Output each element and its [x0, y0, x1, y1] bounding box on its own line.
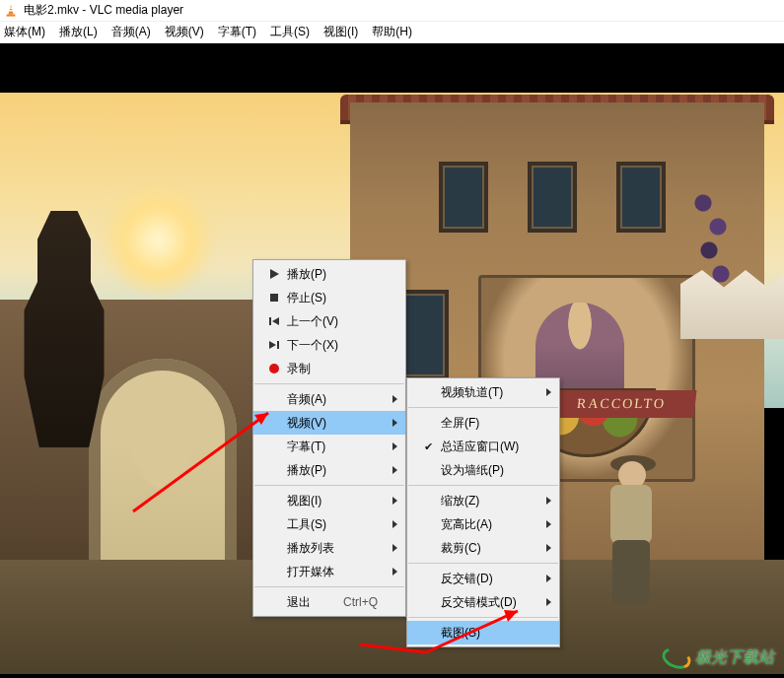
- ctx-open-media-label: 打开媒体: [287, 564, 378, 580]
- titlebar: 电影2.mkv - VLC media player: [0, 0, 784, 22]
- ctx-playback[interactable]: 播放(P): [253, 458, 405, 482]
- svg-rect-5: [270, 294, 278, 302]
- ctx-playback-label: 播放(P): [287, 462, 378, 479]
- next-icon: [261, 338, 287, 352]
- ctx-play[interactable]: 播放(P): [253, 262, 405, 286]
- menu-audio[interactable]: 音频(A): [111, 24, 151, 40]
- sub-sep-4: [408, 617, 558, 618]
- svg-rect-3: [7, 14, 16, 16]
- ctx-view-label: 视图(I): [287, 493, 378, 509]
- submenu-video: 视频轨道(T) 全屏(F) 总适应窗口(W) 设为墙纸(P) 缩放(Z) 宽高比…: [406, 377, 560, 647]
- ctx-stop[interactable]: 停止(S): [253, 286, 405, 309]
- sub-zoom[interactable]: 缩放(Z): [407, 489, 559, 512]
- chevron-right-icon: [546, 575, 551, 582]
- ctx-subtitle-label: 字幕(T): [287, 439, 378, 455]
- ctx-tools-label: 工具(S): [287, 516, 378, 533]
- menu-media[interactable]: 媒体(M): [4, 24, 45, 40]
- ctx-prev-label: 上一个(V): [287, 313, 378, 330]
- window-title: 电影2.mkv - VLC media player: [24, 2, 183, 19]
- ctx-video[interactable]: 视频(V): [253, 411, 405, 435]
- menu-view[interactable]: 视图(I): [323, 24, 358, 40]
- menu-video[interactable]: 视频(V): [165, 24, 204, 40]
- svg-marker-0: [8, 4, 13, 14]
- svg-rect-2: [9, 10, 14, 11]
- sub-deinterlace-label: 反交错(D): [441, 571, 532, 587]
- svg-marker-8: [269, 341, 276, 349]
- svg-rect-6: [269, 317, 271, 325]
- menu-help[interactable]: 帮助(H): [372, 24, 412, 40]
- chevron-right-icon: [546, 544, 551, 552]
- stop-icon: [261, 291, 287, 305]
- ctx-record[interactable]: 录制: [253, 357, 405, 380]
- sub-zoom-label: 缩放(Z): [441, 493, 532, 509]
- sub-crop[interactable]: 裁剪(C): [407, 536, 559, 560]
- sub-aspect-label: 宽高比(A): [441, 516, 532, 533]
- sub-fullscreen[interactable]: 全屏(F): [407, 411, 559, 435]
- ctx-record-label: 录制: [287, 361, 378, 377]
- menubar: 媒体(M) 播放(L) 音频(A) 视频(V) 字幕(T) 工具(S) 视图(I…: [0, 22, 784, 43]
- menu-subtitle[interactable]: 字幕(T): [218, 24, 256, 40]
- video-area[interactable]: RACCOLTO 播放(P) 停止(S) 上一个(V) 下一个(X) 录制 音: [0, 43, 784, 678]
- chevron-right-icon: [392, 568, 397, 576]
- sub-snapshot[interactable]: 截图(S): [407, 621, 559, 644]
- sub-snapshot-label: 截图(S): [441, 625, 532, 642]
- menu-playback[interactable]: 播放(L): [59, 24, 98, 40]
- ctx-stop-label: 停止(S): [287, 290, 378, 306]
- ctx-sep-1: [254, 383, 404, 384]
- sub-fullscreen-label: 全屏(F): [441, 415, 532, 432]
- ctx-play-label: 播放(P): [287, 266, 378, 283]
- ctx-next-label: 下一个(X): [287, 337, 378, 354]
- sub-video-track-label: 视频轨道(T): [441, 384, 532, 401]
- sub-aspect[interactable]: 宽高比(A): [407, 512, 559, 536]
- ctx-audio-label: 音频(A): [287, 391, 378, 408]
- ctx-sep-2: [254, 485, 404, 486]
- sub-deinterlace-mode[interactable]: 反交错模式(D): [407, 590, 559, 614]
- ctx-subtitle[interactable]: 字幕(T): [253, 435, 405, 458]
- ctx-tools[interactable]: 工具(S): [253, 512, 405, 536]
- sub-set-wallpaper[interactable]: 设为墙纸(P): [407, 458, 559, 482]
- chevron-right-icon: [392, 497, 397, 505]
- ctx-audio[interactable]: 音频(A): [253, 387, 405, 411]
- chevron-right-icon: [392, 442, 397, 450]
- chevron-right-icon: [392, 395, 397, 403]
- svg-point-10: [269, 364, 279, 373]
- sub-deinterlace[interactable]: 反交错(D): [407, 567, 559, 590]
- ctx-sep-3: [254, 586, 404, 587]
- ctx-video-label: 视频(V): [287, 415, 378, 432]
- ctx-quit-label: 退出: [287, 594, 320, 611]
- sub-sep-3: [408, 563, 558, 564]
- chevron-right-icon: [392, 544, 397, 552]
- chevron-right-icon: [546, 520, 551, 528]
- play-icon: [261, 267, 287, 281]
- svg-rect-9: [277, 341, 279, 349]
- watermark-icon: [659, 644, 693, 672]
- watermark-text: 极光下载站: [695, 647, 774, 668]
- vlc-icon: [4, 4, 18, 18]
- ctx-next[interactable]: 下一个(X): [253, 333, 405, 357]
- menu-tools[interactable]: 工具(S): [270, 24, 310, 40]
- sub-deinterlace-mode-label: 反交错模式(D): [441, 594, 532, 611]
- mural-banner-text: RACCOLTO: [546, 390, 697, 418]
- sub-fit-window-label: 总适应窗口(W): [441, 439, 532, 455]
- sub-sep-1: [408, 407, 558, 408]
- chevron-right-icon: [546, 598, 551, 606]
- sub-set-wallpaper-label: 设为墙纸(P): [441, 462, 532, 479]
- chevron-right-icon: [392, 520, 397, 528]
- chevron-right-icon: [546, 497, 551, 505]
- svg-rect-1: [9, 7, 12, 8]
- sub-video-track[interactable]: 视频轨道(T): [407, 380, 559, 404]
- ctx-open-media[interactable]: 打开媒体: [253, 560, 405, 583]
- sub-crop-label: 裁剪(C): [441, 540, 532, 557]
- svg-marker-7: [272, 317, 279, 325]
- ctx-quit-shortcut: Ctrl+Q: [343, 595, 378, 609]
- ctx-quit[interactable]: 退出 Ctrl+Q: [253, 590, 405, 614]
- record-icon: [261, 362, 287, 375]
- chevron-right-icon: [546, 388, 551, 396]
- ctx-prev[interactable]: 上一个(V): [253, 309, 405, 333]
- sub-fit-window[interactable]: 总适应窗口(W): [407, 435, 559, 458]
- chevron-right-icon: [392, 466, 397, 474]
- ctx-view[interactable]: 视图(I): [253, 489, 405, 512]
- watermark: 极光下载站: [662, 647, 774, 668]
- ctx-playlist[interactable]: 播放列表: [253, 536, 405, 560]
- chevron-right-icon: [392, 419, 397, 427]
